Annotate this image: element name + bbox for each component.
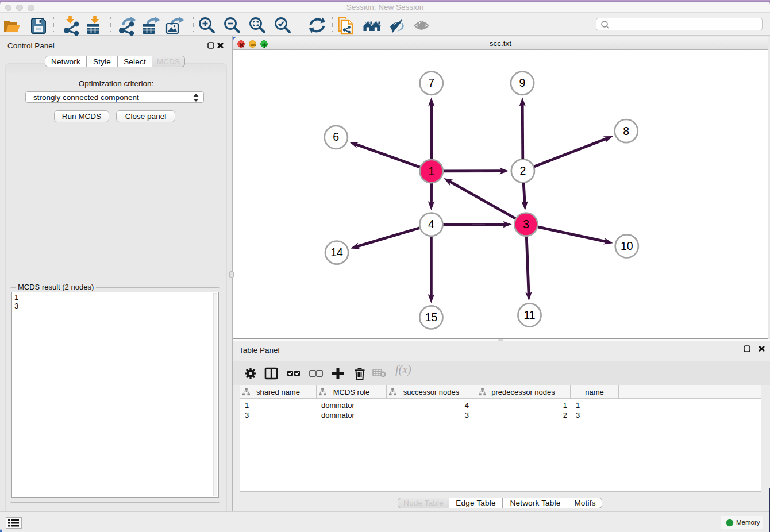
svg-text:15: 15 bbox=[425, 311, 438, 323]
svg-text:6: 6 bbox=[333, 130, 339, 143]
svg-text:14: 14 bbox=[330, 246, 343, 259]
svg-text:9: 9 bbox=[519, 76, 526, 89]
svg-text:8: 8 bbox=[623, 125, 629, 137]
svg-text:2: 2 bbox=[519, 164, 526, 177]
svg-text:3: 3 bbox=[523, 218, 529, 230]
svg-text:10: 10 bbox=[621, 240, 633, 252]
svg-text:1: 1 bbox=[428, 165, 434, 178]
svg-text:7: 7 bbox=[428, 76, 434, 89]
svg-text:11: 11 bbox=[523, 309, 535, 321]
svg-text:4: 4 bbox=[428, 218, 434, 230]
